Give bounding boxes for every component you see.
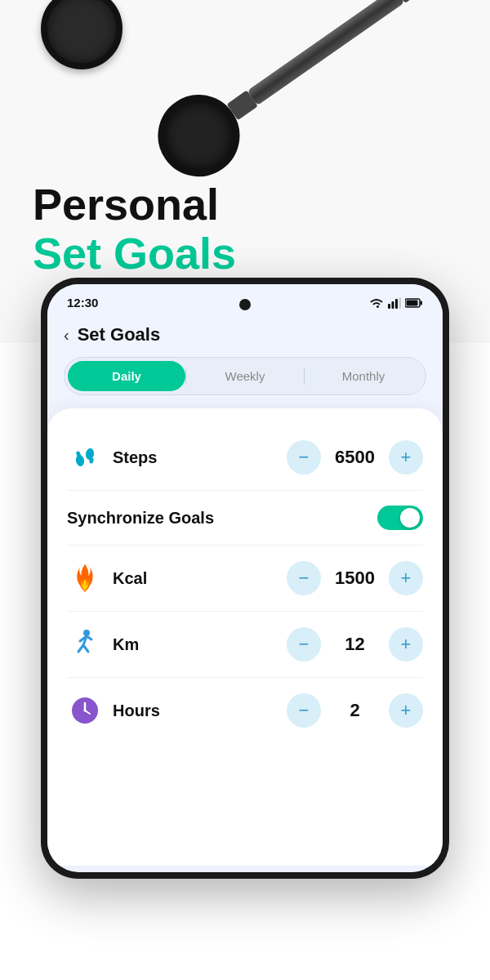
steps-controls: − 6500 + — [287, 440, 423, 474]
goal-row-km: Km − 12 + — [67, 612, 423, 678]
sync-label: Synchronize Goals — [67, 509, 214, 528]
svg-line-16 — [87, 636, 91, 639]
kcal-value: 1500 — [332, 568, 377, 589]
svg-rect-0 — [388, 304, 390, 309]
hours-controls: − 2 + — [287, 693, 423, 728]
tab-daily[interactable]: Daily — [68, 361, 185, 391]
svg-rect-6 — [421, 301, 423, 305]
sync-toggle[interactable] — [377, 506, 423, 530]
hero-personal-label: Personal — [33, 180, 236, 229]
tab-bar: Daily Weekly Monthly — [64, 357, 426, 395]
wifi-icon — [369, 297, 384, 309]
km-value: 12 — [332, 634, 377, 655]
goal-row-hours: Hours − 2 + — [67, 678, 423, 743]
goal-row-steps: Steps − 6500 + — [67, 425, 423, 491]
km-controls: − 12 + — [287, 627, 423, 662]
steps-value: 6500 — [332, 447, 377, 468]
steps-label: Steps — [113, 448, 287, 467]
battery-icon — [405, 298, 423, 308]
svg-rect-3 — [399, 297, 402, 309]
kcal-minus-button[interactable]: − — [287, 561, 321, 595]
km-label: Km — [113, 635, 287, 654]
steps-minus-button[interactable]: − — [287, 440, 321, 474]
goal-row-kcal: Kcal − 1500 + — [67, 546, 423, 612]
hours-minus-button[interactable]: − — [287, 693, 321, 728]
camera-notch — [239, 299, 251, 310]
phone-inner-screen: 12:30 — [47, 284, 443, 872]
content-card: Steps − 6500 + Synchronize Goals — [47, 408, 443, 866]
svg-rect-2 — [395, 299, 398, 309]
weight-decoration-left — [41, 0, 122, 69]
kcal-controls: − 1500 + — [287, 561, 423, 595]
app-header: ‹ Set Goals — [47, 316, 443, 357]
hero-set-goals-label: Set Goals — [33, 229, 236, 278]
hours-value: 2 — [332, 700, 377, 721]
page-title: Set Goals — [78, 324, 160, 345]
steps-icon — [67, 439, 103, 475]
hours-plus-button[interactable]: + — [389, 693, 423, 728]
km-minus-button[interactable]: − — [287, 627, 321, 662]
km-icon — [67, 626, 103, 662]
svg-rect-5 — [407, 300, 418, 305]
kcal-icon — [67, 560, 103, 596]
steps-plus-button[interactable]: + — [389, 440, 423, 474]
status-time: 12:30 — [67, 296, 98, 310]
tab-monthly[interactable]: Monthly — [305, 361, 422, 391]
svg-line-14 — [83, 645, 88, 652]
status-icons — [369, 297, 423, 309]
dumbbell-decoration-right — [142, 0, 490, 193]
phone-outer-frame: 12:30 — [41, 278, 449, 879]
kcal-plus-button[interactable]: + — [389, 561, 423, 595]
back-button[interactable]: ‹ — [64, 326, 69, 345]
sync-row: Synchronize Goals — [67, 491, 423, 546]
phone-mockup: 12:30 — [41, 278, 449, 879]
kcal-label: Kcal — [113, 569, 287, 588]
tab-weekly[interactable]: Weekly — [186, 361, 304, 391]
km-plus-button[interactable]: + — [389, 627, 423, 662]
svg-rect-1 — [392, 301, 394, 309]
hours-label: Hours — [113, 702, 287, 720]
hero-text: Personal Set Goals — [33, 180, 236, 278]
signal-icon — [388, 297, 401, 309]
svg-point-9 — [85, 448, 95, 461]
toggle-knob — [400, 508, 420, 528]
hours-icon — [67, 693, 103, 728]
